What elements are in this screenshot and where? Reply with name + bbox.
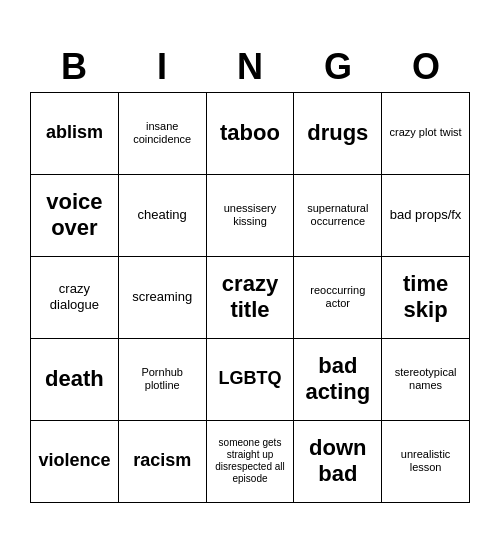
header-letter-B: B [30, 42, 118, 92]
cell-text-9: bad props/fx [386, 207, 465, 223]
cell-text-14: time skip [386, 271, 465, 324]
cell-text-8: supernatural occurrence [298, 202, 377, 228]
cell-text-15: death [35, 366, 114, 392]
bingo-card: BINGO ablisminsane coincidencetaboodrugs… [20, 32, 480, 513]
bingo-cell-0: ablism [31, 93, 119, 175]
header-letter-I: I [118, 42, 206, 92]
header-letter-N: N [206, 42, 294, 92]
header-letter-G: G [294, 42, 382, 92]
cell-text-21: racism [123, 450, 202, 472]
cell-text-0: ablism [35, 122, 114, 144]
cell-text-1: insane coincidence [123, 120, 202, 146]
cell-text-16: Pornhub plotline [123, 366, 202, 392]
bingo-cell-2: taboo [207, 93, 295, 175]
bingo-cell-1: insane coincidence [119, 93, 207, 175]
bingo-cell-22: someone gets straight up disrespected al… [207, 421, 295, 503]
bingo-cell-5: voice over [31, 175, 119, 257]
cell-text-17: LGBTQ [211, 368, 290, 390]
cell-text-23: down bad [298, 435, 377, 488]
cell-text-5: voice over [35, 189, 114, 242]
cell-text-24: unrealistic lesson [386, 448, 465, 474]
bingo-cell-15: death [31, 339, 119, 421]
cell-text-10: crazy dialogue [35, 281, 114, 312]
cell-text-13: reoccurring actor [298, 284, 377, 310]
bingo-cell-4: crazy plot twist [382, 93, 470, 175]
cell-text-7: unessisery kissing [211, 202, 290, 228]
cell-text-19: stereotypical names [386, 366, 465, 392]
bingo-cell-17: LGBTQ [207, 339, 295, 421]
bingo-cell-6: cheating [119, 175, 207, 257]
bingo-cell-9: bad props/fx [382, 175, 470, 257]
cell-text-18: bad acting [298, 353, 377, 406]
bingo-cell-11: screaming [119, 257, 207, 339]
cell-text-6: cheating [123, 207, 202, 223]
cell-text-3: drugs [298, 120, 377, 146]
bingo-cell-16: Pornhub plotline [119, 339, 207, 421]
bingo-cell-14: time skip [382, 257, 470, 339]
bingo-cell-3: drugs [294, 93, 382, 175]
bingo-cell-12: crazy title [207, 257, 295, 339]
bingo-cell-20: violence [31, 421, 119, 503]
cell-text-20: violence [35, 450, 114, 472]
cell-text-11: screaming [123, 289, 202, 305]
cell-text-2: taboo [211, 120, 290, 146]
bingo-cell-23: down bad [294, 421, 382, 503]
bingo-cell-18: bad acting [294, 339, 382, 421]
bingo-cell-24: unrealistic lesson [382, 421, 470, 503]
bingo-cell-7: unessisery kissing [207, 175, 295, 257]
bingo-cell-13: reoccurring actor [294, 257, 382, 339]
bingo-cell-19: stereotypical names [382, 339, 470, 421]
cell-text-22: someone gets straight up disrespected al… [211, 437, 290, 485]
cell-text-4: crazy plot twist [386, 126, 465, 139]
bingo-grid: ablisminsane coincidencetaboodrugscrazy … [30, 92, 470, 503]
bingo-cell-10: crazy dialogue [31, 257, 119, 339]
header-letter-O: O [382, 42, 470, 92]
bingo-cell-21: racism [119, 421, 207, 503]
bingo-cell-8: supernatural occurrence [294, 175, 382, 257]
bingo-header: BINGO [30, 42, 470, 92]
cell-text-12: crazy title [211, 271, 290, 324]
